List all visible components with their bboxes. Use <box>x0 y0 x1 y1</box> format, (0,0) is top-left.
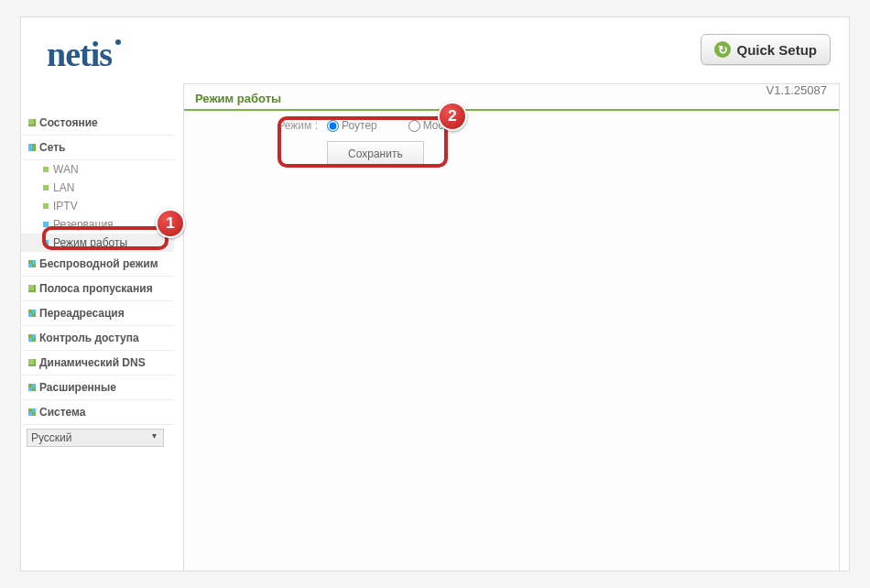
sidebar-sub-wan[interactable]: WAN <box>21 160 174 179</box>
bullet-icon <box>43 203 49 209</box>
refresh-icon <box>714 41 731 58</box>
sidebar-item-label: Полоса пропускания <box>39 282 153 295</box>
bullet-icon <box>28 384 36 391</box>
logo: netis <box>47 34 112 74</box>
content-area: V1.1.25087 Режим работы Режим : Роутер <box>174 83 849 571</box>
panel-title: Режим работы <box>184 84 839 111</box>
bullet-icon <box>28 310 36 317</box>
radio-bridge-input[interactable] <box>408 120 420 132</box>
radio-router-input[interactable] <box>327 120 339 132</box>
save-button[interactable]: Сохранить <box>327 141 424 167</box>
sidebar-item-label: Состояние <box>39 116 98 129</box>
sidebar-sub-operation-mode[interactable]: Режим работы <box>21 234 174 252</box>
sidebar-sub-label: Режим работы <box>53 236 127 249</box>
sidebar-item-access-control[interactable]: Контроль доступа <box>21 326 174 351</box>
bullet-icon <box>43 167 49 172</box>
radio-bridge[interactable]: Мост <box>408 119 449 132</box>
sidebar-sub-lan[interactable]: LAN <box>21 179 174 197</box>
sidebar-item-wireless[interactable]: Беспроводной режим <box>21 252 174 277</box>
bullet-icon <box>28 359 36 366</box>
sidebar-item-ddns[interactable]: Динамический DNS <box>21 351 174 376</box>
sidebar-item-label: Система <box>39 406 86 419</box>
radio-router[interactable]: Роутер <box>327 119 377 132</box>
sidebar: Состояние Сеть WAN LAN IPTV <box>21 83 174 571</box>
sidebar-item-label: Переадресация <box>39 307 125 320</box>
sidebar-item-label: Контроль доступа <box>39 332 139 344</box>
sidebar-sub-iptv[interactable]: IPTV <box>21 197 174 215</box>
sidebar-sub-reservation[interactable]: Резервация ... <box>21 215 174 234</box>
sidebar-item-network[interactable]: Сеть <box>21 136 174 160</box>
radio-router-label: Роутер <box>342 119 377 132</box>
quick-setup-button[interactable]: Quick Setup <box>701 34 831 65</box>
sidebar-item-advanced[interactable]: Расширенные <box>21 376 174 400</box>
bullet-icon <box>43 240 49 245</box>
sidebar-item-label: Расширенные <box>39 381 116 394</box>
version-label: V1.1.25087 <box>766 83 827 97</box>
sidebar-sub-label: WAN <box>53 163 79 176</box>
bullet-icon <box>28 285 36 292</box>
sidebar-item-label: Беспроводной режим <box>39 257 158 270</box>
sidebar-item-label: Сеть <box>39 141 65 154</box>
bullet-icon <box>28 334 36 342</box>
sidebar-item-status[interactable]: Состояние <box>21 111 174 136</box>
sidebar-sub-label: LAN <box>53 181 74 194</box>
sidebar-sub-label: Резервация ... <box>53 218 125 231</box>
sidebar-item-label: Динамический DNS <box>39 356 146 369</box>
bullet-icon <box>28 144 36 151</box>
bullet-icon <box>28 119 36 126</box>
bullet-icon <box>43 222 49 227</box>
radio-bridge-label: Мост <box>423 119 449 132</box>
bullet-icon <box>28 408 36 416</box>
language-select[interactable]: Русский <box>27 429 164 447</box>
mode-label: Режим : <box>266 119 318 132</box>
sidebar-item-system[interactable]: Система <box>21 400 174 425</box>
sidebar-sub-label: IPTV <box>53 200 78 212</box>
quick-setup-label: Quick Setup <box>736 42 817 58</box>
sidebar-item-forwarding[interactable]: Переадресация <box>21 301 174 326</box>
bullet-icon <box>43 185 49 191</box>
sidebar-item-bandwidth[interactable]: Полоса пропускания <box>21 277 174 301</box>
bullet-icon <box>28 260 36 267</box>
